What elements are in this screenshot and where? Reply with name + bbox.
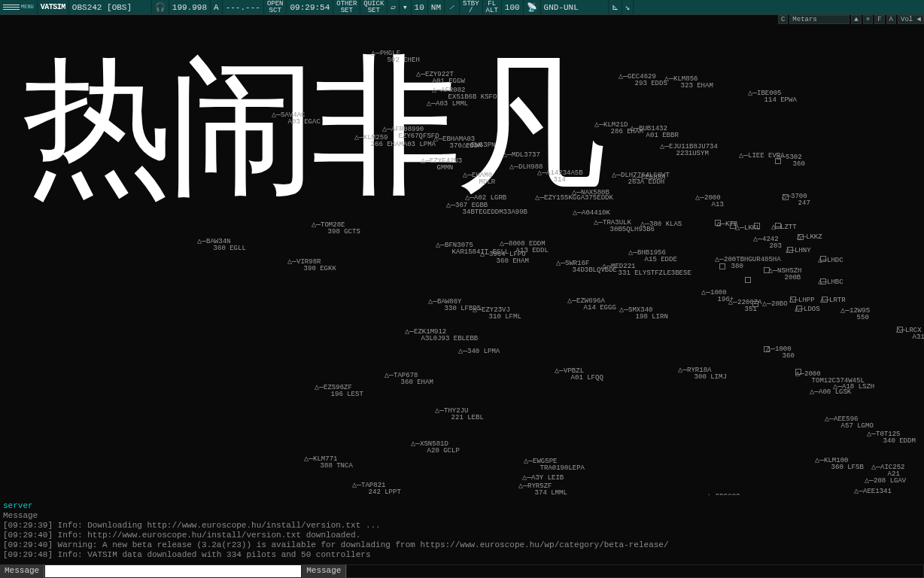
radar-target[interactable]: △—EJU11B8JU734 2231USYM — [660, 143, 718, 157]
waypoint-marker[interactable] — [764, 267, 770, 273]
radar-target[interactable]: △—EZY922T A01 EGGW — [416, 71, 465, 85]
waypoint-marker[interactable] — [796, 306, 802, 312]
radar-target[interactable]: △—367 EGBB 34BTEGEDDM33A99B — [446, 202, 527, 216]
frequency-display[interactable]: 199.998 — [169, 0, 211, 14]
waypoint-marker[interactable] — [730, 223, 736, 229]
radar-target[interactable]: △—BUB1432 A01 EBBR — [630, 125, 679, 139]
radar-target[interactable]: △—BHB1956 A15 EDDE — [628, 249, 677, 263]
atis-letter[interactable]: A — [211, 0, 223, 14]
waypoint-marker[interactable] — [790, 297, 796, 303]
waypoint-marker[interactable] — [719, 263, 725, 269]
radar-target[interactable]: △—A00 LGSK — [810, 388, 851, 396]
radar-target[interactable]: △—AIC252 A21 — [871, 464, 904, 478]
radar-target[interactable]: △—A3Y LEIB — [522, 474, 564, 482]
waypoint-marker[interactable] — [795, 369, 801, 375]
radar-target[interactable]: △—SAV4AC A03 EGAC — [272, 111, 321, 126]
message-input-1[interactable] — [45, 565, 301, 577]
radar-target[interactable]: △—TOM28E 398 GCTS — [312, 221, 360, 236]
radar-target[interactable]: △—EZYF42U3 GMMN — [421, 157, 462, 172]
waypoint-marker[interactable] — [715, 220, 721, 226]
waypoint-marker[interactable] — [754, 223, 760, 229]
message-input-2[interactable] — [347, 565, 923, 577]
waypoint-marker[interactable] — [752, 301, 758, 307]
antenna-button[interactable]: 📡 — [524, 0, 541, 14]
radar-target[interactable]: △—KLM100 360 LFSB — [815, 457, 864, 471]
radar-target[interactable]: △—RYR18A 300 LIMJ — [678, 367, 727, 381]
radar-target[interactable]: △—EHAM0 MDLR — [463, 172, 495, 186]
radar-target[interactable]: △—A04410K — [573, 209, 610, 217]
waypoint-marker[interactable] — [798, 234, 804, 240]
radar-target[interactable]: △—MED221 331 ELYSTFZLE3BESE — [602, 263, 691, 277]
waypoint-marker[interactable] — [822, 297, 828, 303]
waypoint-marker[interactable] — [745, 277, 751, 283]
other-set-button[interactable]: OTHERSET — [333, 0, 360, 14]
waypoint-marker[interactable] — [787, 247, 793, 253]
radar-target[interactable]: △—EZY23VJ 310 LFML — [473, 306, 521, 321]
secondary-freq[interactable]: ---.--- — [223, 0, 264, 14]
range-unit[interactable]: NM — [428, 0, 445, 14]
waypoint-marker[interactable] — [897, 327, 903, 333]
ruler-button[interactable]: ⊾ — [609, 0, 622, 14]
waypoint-marker[interactable] — [775, 223, 781, 229]
radar-target[interactable]: △—THY2JU 221 LEBL — [435, 407, 484, 421]
radar-target[interactable]: △—SDG002 260 LIEE — [707, 493, 755, 495]
radar-target[interactable]: △—EWG5PE TRA0190LEPA — [524, 458, 585, 472]
filter-button[interactable]: ▾ — [400, 0, 412, 14]
radar-target[interactable]: △—VPBZL A01 LFQQ — [555, 367, 603, 382]
server-tab[interactable]: server — [3, 501, 921, 511]
radar-target[interactable]: △—A03 LMML — [427, 100, 468, 108]
radar-target[interactable]: △—KLM259 266 EHAMA03 LPMA — [354, 134, 436, 148]
waypoint-marker[interactable] — [820, 278, 826, 284]
radar-target[interactable]: △—AFR082 EX51B6B KSFO — [432, 87, 497, 101]
radar-target[interactable]: △—EZW696A A14 EGGG — [567, 297, 616, 312]
radar-target[interactable]: △—XSN581D A20 GCLP — [411, 440, 460, 455]
flight-level-value[interactable]: 100 — [502, 0, 524, 14]
stby-button[interactable]: STBY/ — [460, 0, 483, 14]
radar-target[interactable]: △—TAP821 242 LPPT — [352, 482, 401, 495]
range-value[interactable]: 10 — [412, 0, 428, 14]
radar-target[interactable]: △—IBE005 114 EPWA — [748, 90, 797, 104]
map-mode-button[interactable]: ▱ — [388, 0, 400, 14]
waypoint-marker[interactable] — [775, 158, 781, 164]
radar-target[interactable]: △—CEG88A — [632, 174, 665, 181]
radar-target[interactable]: △—AEE1341 A03 LGZA — [854, 488, 903, 495]
radar-target[interactable]: △—NSHSZH 200B — [768, 267, 801, 281]
radar-target[interactable]: △—GEC4629 293 EDDS — [619, 73, 667, 87]
open-sct-button[interactable]: OPENSCT — [264, 0, 287, 14]
radar-target[interactable]: △—EZY155KGGA375EDDK — [535, 194, 613, 202]
altitude-band[interactable]: GND-UNL — [541, 0, 609, 14]
radar-target[interactable]: △—KLM771 388 TNCA — [304, 455, 353, 470]
fl-alt-button[interactable]: FLALT — [483, 0, 502, 14]
radar-target[interactable]: △—208 LGAV — [865, 477, 906, 485]
leader-button[interactable]: ⟋ — [445, 0, 460, 14]
vector-button[interactable]: ↘ — [622, 0, 634, 14]
radar-target[interactable]: △—4242 203 — [753, 236, 782, 250]
radar-target[interactable]: △—BAW34N 360 EGLL — [197, 238, 246, 252]
radar-target[interactable]: △—20BO — [762, 300, 788, 308]
radar-target[interactable]: △—A14234A5B 314 — [537, 169, 583, 184]
radar-target[interactable]: △—EWG3PN — [462, 141, 495, 149]
radar-target[interactable]: △—8008 EDDM A13 EDDL — [500, 240, 549, 254]
radar-target[interactable]: △—EZK1M912 A3L0J93 EBLEBB — [405, 328, 478, 342]
radar-target[interactable]: △—EZS96ZF 196 LEST — [315, 384, 363, 398]
headset-button[interactable]: 🎧 — [152, 0, 169, 14]
radar-target[interactable]: △—RYR5ZF 374 LMML — [518, 482, 567, 495]
radar-target[interactable]: △—PHGLF 502 EHEH — [371, 50, 420, 64]
radar-target[interactable]: △—VIR98R 390 EGKK — [287, 258, 336, 272]
radar-target[interactable]: △—A02 LGRB — [465, 194, 506, 202]
radar-target[interactable]: △—2000 A13 — [695, 194, 724, 208]
radar-target[interactable]: △—SMX340 198 LIRN — [619, 306, 668, 321]
radar-target[interactable]: △—1000 360 — [766, 345, 795, 360]
waypoint-marker[interactable] — [820, 256, 826, 262]
radar-scope[interactable]: 热闹非凡 △—PHGLF 502 EHEH△—EZY922T A01 EGGW△… — [0, 17, 924, 495]
callsign-display[interactable]: OBS242 [OBS] — [69, 0, 152, 14]
radar-target[interactable]: △—380 KLAS — [640, 221, 682, 228]
radar-target[interactable]: △—MDL3737 — [503, 151, 540, 159]
radar-target[interactable]: △—12W9S 550 — [840, 307, 870, 321]
radar-target[interactable]: △—KLM856 323 EHAM — [664, 75, 713, 90]
quick-set-button[interactable]: QUICKSET — [360, 0, 388, 14]
menu-button[interactable]: MENU — [0, 0, 38, 14]
radar-target[interactable]: △—T0T125 340 EDDM — [867, 430, 916, 445]
radar-target[interactable]: △—TAP678 360 EHAM — [384, 372, 433, 386]
waypoint-marker[interactable] — [764, 346, 770, 352]
